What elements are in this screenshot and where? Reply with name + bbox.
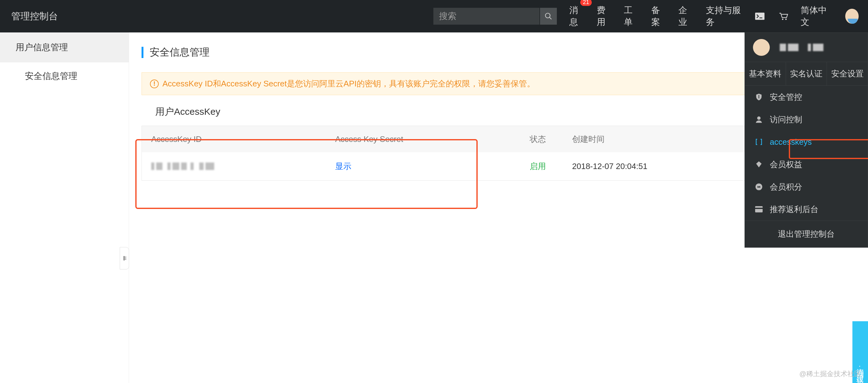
- crown-icon: [754, 182, 764, 192]
- language-selector[interactable]: 简体中文: [801, 4, 832, 28]
- col-created: 创建时间: [572, 134, 753, 145]
- main-content: 安全信息管理 ! AccessKey ID和AccessKey Secret是您…: [129, 32, 771, 383]
- table-header: AccessKey ID Access Key Secret 状态 创建时间: [142, 126, 753, 152]
- panel-avatar: [753, 39, 770, 56]
- console-brand: 管理控制台: [0, 10, 433, 23]
- workspace: 用户信息管理 安全信息管理 安全信息管理 ! AccessKey ID和Acce…: [0, 32, 868, 383]
- svg-line-1: [549, 17, 552, 19]
- messages-badge: 21: [580, 0, 591, 6]
- col-accesskey-id: AccessKey ID: [142, 135, 335, 144]
- user-avatar[interactable]: [845, 9, 859, 24]
- nav-messages[interactable]: 消息21: [569, 4, 584, 28]
- terminal-icon[interactable]: [755, 11, 765, 21]
- panel-title: 用户AccessKey: [142, 106, 220, 118]
- user-panel-list: 安全管控 访问控制 accesskeys 会员权益 会员积分 推荐返利后台: [745, 86, 868, 220]
- nav-filing[interactable]: 备案: [651, 4, 666, 28]
- warning-text: AccessKey ID和AccessKey Secret是您访问阿里云API的…: [162, 78, 535, 89]
- col-status: 状态: [503, 134, 572, 145]
- warning-icon: !: [150, 80, 159, 88]
- card-icon: [754, 205, 764, 214]
- logout-button[interactable]: 退出管理控制台: [745, 220, 868, 247]
- sidebar: 用户信息管理 安全信息管理: [0, 32, 129, 383]
- title-accent-bar: [142, 47, 144, 58]
- search-input[interactable]: [433, 8, 539, 25]
- menu-referral[interactable]: 推荐返利后台: [745, 198, 868, 220]
- user-panel-tabs: 基本资料 实名认证 安全设置: [745, 62, 868, 86]
- menu-accesskeys[interactable]: accesskeys: [745, 131, 868, 153]
- search-wrap: [433, 8, 557, 25]
- svg-rect-2: [755, 13, 765, 20]
- tab-basic-profile[interactable]: 基本资料: [745, 62, 786, 85]
- diamond-icon: [754, 160, 764, 169]
- nav-fees[interactable]: 费用: [597, 4, 612, 28]
- shield-icon: [754, 92, 764, 102]
- cart-icon[interactable]: [779, 11, 788, 21]
- tab-security-settings[interactable]: 安全设置: [827, 62, 868, 85]
- menu-security-control[interactable]: 安全管控: [745, 86, 868, 108]
- cell-created: 2018-12-07 20:04:51: [572, 161, 753, 171]
- nav-support[interactable]: 支持与服务: [706, 4, 743, 28]
- show-secret-link[interactable]: 显示: [335, 161, 351, 171]
- panel-username-redacted: [780, 44, 833, 51]
- panel-header: 用户AccessKey: [142, 98, 754, 126]
- status-badge: 启用: [530, 161, 546, 171]
- tab-realname-auth[interactable]: 实名认证: [786, 62, 827, 85]
- sidebar-collapse-handle[interactable]: [120, 247, 129, 269]
- top-icons: [755, 11, 788, 21]
- table-row: 显示 启用 2018-12-07 20:04:51: [142, 152, 753, 180]
- svg-rect-8: [755, 206, 763, 212]
- sidebar-item-security[interactable]: 安全信息管理: [0, 62, 129, 90]
- svg-point-4: [782, 19, 783, 20]
- svg-point-6: [757, 116, 761, 120]
- col-secret: Access Key Secret: [335, 135, 503, 144]
- svg-rect-9: [755, 208, 763, 209]
- topbar: 管理控制台 消息21 费用 工单 备案 企业 支持与服务 简体中文: [0, 0, 868, 32]
- warning-alert: ! AccessKey ID和AccessKey Secret是您访问阿里云AP…: [142, 72, 754, 95]
- menu-member-privileges[interactable]: 会员权益: [745, 153, 868, 176]
- user-icon: [754, 115, 764, 124]
- page-title: 安全信息管理: [150, 46, 210, 59]
- page-header: 安全信息管理: [142, 41, 754, 64]
- svg-point-0: [545, 13, 550, 18]
- user-dropdown-panel: 基本资料 实名认证 安全设置 安全管控 访问控制 accesskeys 会员权益…: [745, 32, 868, 248]
- menu-access-control[interactable]: 访问控制: [745, 108, 868, 131]
- menu-member-points[interactable]: 会员积分: [745, 176, 868, 198]
- user-panel-header: [745, 33, 868, 62]
- nav-tickets[interactable]: 工单: [624, 4, 639, 28]
- accesskey-table: AccessKey ID Access Key Secret 状态 创建时间 显…: [142, 126, 754, 181]
- sidebar-heading: 用户信息管理: [0, 32, 129, 62]
- svg-point-5: [785, 19, 786, 20]
- top-nav: 消息21 费用 工单 备案 企业 支持与服务: [569, 4, 743, 28]
- brackets-icon: [754, 137, 764, 147]
- watermark-text: @稀土掘金技术社区: [799, 369, 861, 379]
- nav-enterprise[interactable]: 企业: [678, 4, 693, 28]
- search-button[interactable]: [540, 8, 557, 25]
- cell-accesskey-id-redacted: [142, 163, 335, 170]
